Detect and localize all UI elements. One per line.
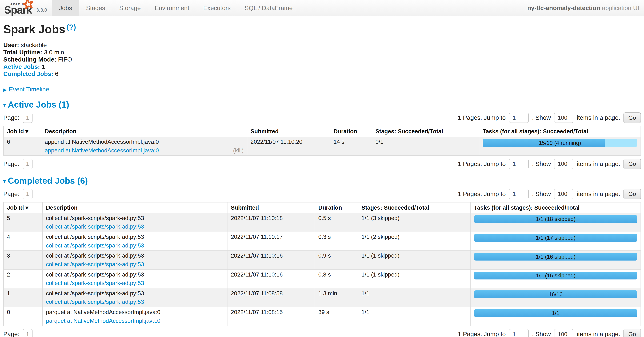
- show-items-input[interactable]: [554, 329, 574, 337]
- go-button[interactable]: Go: [624, 329, 641, 337]
- job-description-text: collect at /spark-scripts/spark-ad.py:53: [46, 252, 224, 259]
- job-detail-link[interactable]: collect at /spark-scripts/spark-ad.py:53: [46, 223, 144, 230]
- tasks-progress-bar: 15/19 (4 running): [482, 139, 637, 147]
- page-number-input[interactable]: [22, 113, 32, 123]
- application-name: ny-tlc-anomaly-detection application UI: [527, 4, 644, 12]
- page-number-input[interactable]: [22, 189, 32, 199]
- go-button[interactable]: Go: [624, 189, 641, 199]
- summary-uptime-label: Total Uptime:: [3, 49, 42, 56]
- job-submitted-cell: 2022/11/07 11:10:17: [227, 232, 315, 251]
- show-items-input[interactable]: [554, 159, 574, 169]
- job-description-text: parquet at NativeMethodAccessorImpl.java…: [46, 309, 224, 316]
- tab-sql-dataframe[interactable]: SQL / DataFrame: [238, 0, 300, 16]
- summary-completed-jobs-value: 6: [55, 70, 58, 77]
- summary-uptime: Total Uptime: 3.0 min: [3, 49, 641, 56]
- application-name-suffix: application UI: [600, 4, 639, 11]
- show-items-input[interactable]: [554, 113, 574, 123]
- pagination-row: Page: 1 Pages. Jump to . Show items in a…: [3, 189, 641, 199]
- job-detail-link[interactable]: append at NativeMethodAccessorImpl.java:…: [45, 147, 159, 154]
- col-header-duration[interactable]: Duration: [315, 202, 358, 213]
- job-description-cell: collect at /spark-scripts/spark-ad.py:53…: [42, 269, 227, 288]
- tasks-progress-bar: 1/1 (17 skipped): [474, 234, 638, 242]
- help-link[interactable]: (?): [66, 23, 76, 31]
- completed-job-row-4: 4 collect at /spark-scripts/spark-ad.py:…: [4, 232, 641, 251]
- items-text: items in a page.: [577, 331, 620, 337]
- jump-to-input[interactable]: [509, 329, 529, 337]
- job-id-cell: 5: [4, 213, 42, 232]
- job-description-text: append at NativeMethodAccessorImpl.java:…: [45, 138, 244, 145]
- job-submitted-cell: 2022/11/07 11:10:16: [227, 269, 315, 288]
- jump-to-input[interactable]: [509, 189, 529, 199]
- page-number-input[interactable]: [22, 329, 32, 337]
- completed-jobs-heading[interactable]: ▾Completed Jobs (6): [3, 176, 641, 186]
- summary-completed-jobs-link[interactable]: Completed Jobs:: [3, 70, 53, 77]
- pages-jump-text: 1 Pages. Jump to: [458, 331, 506, 337]
- completed-jobs-header-row: Job Id ▾ Description Submitted Duration …: [4, 202, 641, 213]
- page-number-input[interactable]: [22, 159, 32, 169]
- show-items-input[interactable]: [554, 189, 574, 199]
- col-header-description[interactable]: Description: [41, 126, 247, 137]
- go-button[interactable]: Go: [624, 159, 641, 169]
- col-header-job-id[interactable]: Job Id ▾: [4, 126, 41, 137]
- job-description-cell: collect at /spark-scripts/spark-ad.py:53…: [42, 232, 227, 251]
- application-name-bold: ny-tlc-anomaly-detection: [527, 4, 600, 11]
- col-header-description[interactable]: Description: [42, 202, 227, 213]
- job-id-cell: 3: [4, 251, 42, 269]
- progress-label: 1/1 (18 skipped): [474, 215, 638, 223]
- job-duration-cell: 14 s: [330, 137, 372, 156]
- col-header-tasks[interactable]: Tasks (for all stages): Succeeded/Total: [479, 126, 641, 137]
- job-stages-cell: 1/1 (1 skipped): [358, 251, 470, 269]
- page-label: Page:: [3, 331, 20, 337]
- job-duration-cell: 0.9 s: [315, 251, 358, 269]
- event-timeline-toggle[interactable]: ▶Event Timeline: [3, 86, 641, 93]
- col-header-duration[interactable]: Duration: [330, 126, 372, 137]
- tab-stages[interactable]: Stages: [79, 0, 112, 16]
- col-header-submitted[interactable]: Submitted: [227, 202, 315, 213]
- job-detail-link[interactable]: collect at /spark-scripts/spark-ad.py:53: [46, 280, 144, 287]
- completed-job-row-2: 2 collect at /spark-scripts/spark-ad.py:…: [4, 269, 641, 288]
- job-stages-cell: 1/1 (3 skipped): [358, 213, 470, 232]
- page-label: Page:: [3, 114, 20, 121]
- job-tasks-cell: 1/1: [470, 307, 641, 326]
- spark-version-label: 3.3.0: [36, 7, 47, 13]
- tab-storage[interactable]: Storage: [112, 0, 148, 16]
- job-description-text: collect at /spark-scripts/spark-ad.py:53: [46, 234, 224, 240]
- col-header-tasks[interactable]: Tasks (for all stages): Succeeded/Total: [470, 202, 641, 213]
- col-header-stages[interactable]: Stages: Succeeded/Total: [372, 126, 479, 137]
- collapse-arrow-icon: ▶: [3, 87, 7, 92]
- col-header-stages[interactable]: Stages: Succeeded/Total: [358, 202, 470, 213]
- kill-link[interactable]: (kill): [233, 147, 244, 154]
- pagination-row: Page: 1 Pages. Jump to . Show items in a…: [3, 159, 641, 169]
- completed-job-row-5: 5 collect at /spark-scripts/spark-ad.py:…: [4, 213, 641, 232]
- job-stages-cell: 1/1: [358, 307, 470, 326]
- tasks-progress-bar: 1/1: [474, 309, 638, 317]
- job-submitted-cell: 2022/11/07 11:08:58: [227, 288, 315, 307]
- items-text: items in a page.: [577, 160, 620, 168]
- page-title: Spark Jobs(?): [3, 22, 641, 36]
- go-button[interactable]: Go: [624, 112, 641, 123]
- job-tasks-cell: 1/1 (16 skipped): [470, 269, 641, 288]
- tab-jobs[interactable]: Jobs: [52, 0, 79, 16]
- job-description-cell: collect at /spark-scripts/spark-ad.py:53…: [42, 251, 227, 269]
- job-detail-link[interactable]: collect at /spark-scripts/spark-ad.py:53: [46, 299, 144, 305]
- col-header-submitted[interactable]: Submitted: [247, 126, 330, 137]
- completed-jobs-title: Completed Jobs (6): [8, 176, 88, 186]
- active-jobs-heading[interactable]: ▾Active Jobs (1): [3, 100, 641, 110]
- jump-to-input[interactable]: [509, 159, 529, 169]
- job-submitted-cell: 2022/11/07 11:10:20: [247, 137, 330, 156]
- job-id-cell: 6: [4, 137, 41, 156]
- progress-label: 1/1 (16 skipped): [474, 253, 638, 261]
- progress-label: 16/16: [474, 291, 638, 298]
- job-submitted-cell: 2022/11/07 11:10:18: [227, 213, 315, 232]
- expand-arrow-icon: ▾: [3, 179, 6, 184]
- job-tasks-cell: 15/19 (4 running): [479, 137, 641, 156]
- job-detail-link[interactable]: collect at /spark-scripts/spark-ad.py:53: [46, 261, 144, 268]
- col-header-job-id[interactable]: Job Id ▾: [4, 202, 42, 213]
- jump-to-input[interactable]: [509, 113, 529, 123]
- job-detail-link[interactable]: parquet at NativeMethodAccessorImpl.java…: [46, 318, 160, 324]
- spark-logo: APACHE Spark 3.3.0: [0, 0, 49, 16]
- tab-environment[interactable]: Environment: [148, 0, 196, 16]
- summary-active-jobs-link[interactable]: Active Jobs:: [3, 63, 40, 70]
- job-detail-link[interactable]: collect at /spark-scripts/spark-ad.py:53: [46, 242, 144, 249]
- tab-executors[interactable]: Executors: [196, 0, 238, 16]
